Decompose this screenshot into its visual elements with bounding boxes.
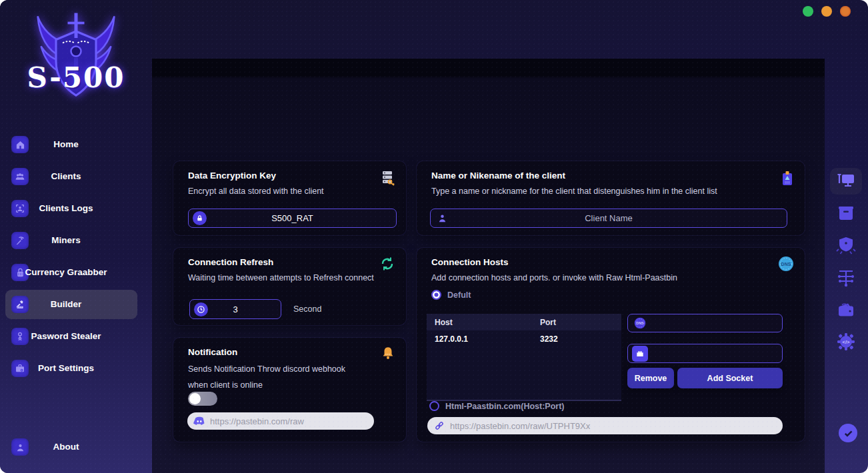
window-control-orange[interactable] [821, 6, 832, 17]
radio-default[interactable] [431, 290, 441, 300]
sidebar-item-password-stealer[interactable]: Pasword Stealer [0, 320, 132, 352]
toggle-knob [189, 393, 201, 404]
webhook-toggle[interactable] [188, 392, 217, 406]
pastebin-url-input[interactable] [450, 421, 783, 431]
refresh-icon [379, 256, 395, 274]
host-field: DNS [627, 314, 783, 332]
sidebar-item-label: Builder [0, 288, 132, 320]
sidebar-item-clients[interactable]: Clients [0, 161, 132, 193]
gear-code-icon: </> [837, 332, 855, 351]
card-connection-hosts: Connection Hosts Add connection hosts an… [417, 248, 805, 442]
dns-globe-icon: DNS [778, 256, 794, 274]
encryption-key-input[interactable] [207, 213, 378, 223]
pastebin-url-field [427, 417, 783, 434]
sidebar-item-label: Pasword Stealer [0, 320, 132, 352]
svg-text:DNS: DNS [636, 321, 644, 325]
sidebar-item-about[interactable]: About [0, 431, 132, 463]
card-connection-refresh: Connection Refresh Waiting time between … [173, 248, 406, 325]
rail-item-builder[interactable] [830, 168, 862, 195]
sidebar-item-miners[interactable]: Miners [0, 225, 132, 256]
sidebar-item-port-settings[interactable]: Port Settings [0, 352, 132, 384]
table-row[interactable]: 127.0.0.1 3232 [427, 330, 621, 348]
clock-icon [194, 302, 208, 316]
window-control-green[interactable] [803, 6, 813, 17]
card-title: Name or Nikename of the client [431, 171, 565, 181]
box-icon [837, 205, 855, 221]
radio-row-pastebin[interactable]: Html-Paastbin.com(Host:Port) [429, 401, 564, 411]
rail-item-wallet[interactable] [830, 296, 862, 323]
sidebar-item-label: Home [0, 129, 132, 161]
radio-row-default[interactable]: Defult [431, 290, 471, 300]
card-subtitle: Encrypt all data stored with the client [188, 187, 324, 196]
rail-item-circuit[interactable] [830, 264, 862, 291]
logo-title: S-500 [0, 61, 152, 94]
card-subtitle: when client is online [188, 380, 263, 390]
ethernet-icon [632, 346, 648, 362]
client-name-input[interactable] [447, 213, 770, 223]
radio-pastebin[interactable] [429, 401, 439, 411]
card-title: Connection Hosts [431, 257, 509, 267]
webhook-url-field [187, 412, 374, 430]
svg-text:DNS: DNS [781, 262, 791, 266]
card-subtitle: Sends Notification Throw discord webhook [188, 364, 345, 374]
sidebar-item-builder[interactable]: Builder [0, 288, 132, 320]
radio-pastebin-label: Html-Paastbin.com(Host:Port) [445, 402, 564, 411]
refresh-seconds-input[interactable] [208, 304, 263, 314]
host-cell: 127.0.0.1 [427, 334, 540, 344]
card-client-nickname: Name or Nikename of the client Type a na… [417, 161, 805, 235]
refresh-seconds-field [189, 299, 281, 319]
sidebar-item-label: Currency Graabber [0, 256, 132, 288]
rail-item-gear-code[interactable]: </> [830, 328, 862, 355]
link-icon [434, 420, 445, 431]
app-window: S-500 Home Clients Clients Logs [0, 0, 868, 473]
card-title: Data Encryption Key [188, 171, 276, 181]
confirm-build-button[interactable] [839, 424, 857, 442]
card-title: Connection Refresh [188, 257, 273, 267]
lock-icon [193, 211, 207, 225]
bell-icon [381, 346, 395, 363]
svg-text:</>: </> [843, 339, 850, 345]
id-badge-icon [781, 169, 794, 189]
shield-bug-icon [836, 236, 856, 254]
host-input[interactable] [647, 318, 782, 328]
remove-button[interactable]: Remove [627, 368, 674, 388]
encryption-key-field [188, 209, 397, 228]
card-subtitle: Add connection hosts and ports. or invok… [431, 273, 677, 282]
radio-default-label: Defult [447, 290, 471, 300]
port-column-header: Port [540, 318, 621, 327]
dns-input-icon: DNS [633, 316, 647, 330]
port-field [627, 344, 783, 363]
port-input[interactable] [648, 348, 782, 358]
sidebar-item-label: Miners [0, 225, 132, 256]
seconds-unit-label: Second [293, 304, 321, 314]
check-icon [843, 428, 853, 438]
port-cell: 3232 [540, 334, 621, 344]
card-title: Notification [188, 347, 237, 357]
card-notification: Notification Sends Notification Throw di… [173, 338, 406, 442]
add-socket-button[interactable]: Add Socket [677, 368, 783, 388]
sidebar-item-home[interactable]: Home [0, 129, 132, 161]
client-name-field [430, 209, 787, 228]
sidebar-item-label: Clients [0, 161, 132, 193]
sidebar: S-500 Home Clients Clients Logs [0, 0, 152, 473]
card-data-encryption-key: Data Encryption Key Encrypt all data sto… [173, 161, 406, 235]
sidebar-nav: Home Clients Clients Logs Miners [0, 129, 132, 384]
window-control-amber[interactable] [840, 6, 851, 17]
card-subtitle: Type a name or nickname for the client t… [431, 187, 717, 196]
rail-item-archive[interactable] [830, 200, 862, 227]
sidebar-item-clients-logs[interactable]: Clients Logs [0, 193, 132, 225]
card-subtitle: Waiting time between attempts to Refresh… [188, 273, 374, 282]
circuit-tree-icon [837, 268, 855, 287]
monitor-wrench-icon [837, 173, 855, 190]
sidebar-item-label: Clients Logs [0, 193, 132, 225]
wallet-icon [837, 302, 855, 318]
sidebar-item-currency-grabber[interactable]: Currency Graabber [0, 256, 132, 288]
host-column-header: Host [427, 318, 540, 327]
hosts-table[interactable]: Host Port 127.0.0.1 3232 [427, 314, 621, 401]
discord-icon [193, 416, 205, 426]
app-logo: S-500 [0, 8, 152, 115]
sidebar-item-label: Port Settings [0, 352, 132, 384]
sidebar-item-label: About [0, 431, 132, 463]
rail-item-shield-bug[interactable] [830, 232, 862, 258]
webhook-url-input[interactable] [210, 416, 374, 426]
